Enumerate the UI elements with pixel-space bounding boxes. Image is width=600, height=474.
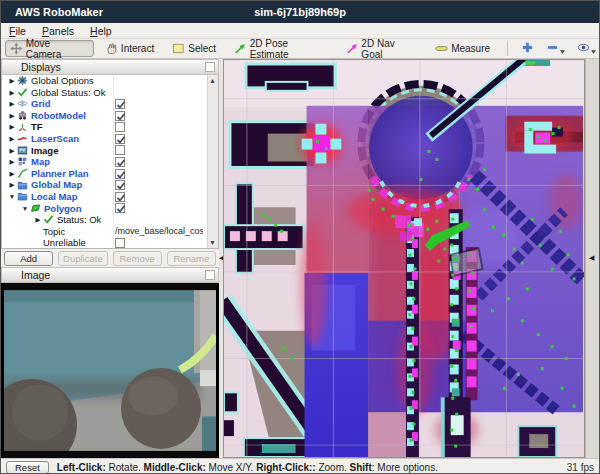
- check-icon: [43, 214, 55, 225]
- expand-arrow-icon[interactable]: ▶: [7, 133, 17, 145]
- visibility-checkbox[interactable]: [115, 111, 125, 121]
- tree-row-map[interactable]: ▶Map: [2, 156, 218, 168]
- expand-arrow-icon[interactable]: ▶: [33, 214, 43, 226]
- tool-move-camera[interactable]: Move Camera: [5, 40, 94, 57]
- image-panel-title: Image: [21, 269, 201, 281]
- tree-label: Planner Plan: [31, 168, 89, 180]
- tool-2d-pose-estimate[interactable]: 2D Pose Estimate: [229, 40, 335, 57]
- scroll-up-icon[interactable]: ▲: [208, 76, 217, 85]
- visibility-checkbox[interactable]: [115, 192, 125, 202]
- tool-select[interactable]: Select: [167, 40, 223, 57]
- tree-row-global-map[interactable]: ▶Global Map: [2, 179, 218, 191]
- visibility-checkbox[interactable]: [115, 169, 125, 179]
- expand-arrow-icon[interactable]: ▶: [7, 156, 17, 168]
- titlebar: AWS RoboMaker sim-6j71bj89h69p: [1, 1, 599, 23]
- tool-2d-nav-goal[interactable]: 2D Nav Goal: [341, 40, 424, 57]
- camera-image-view: [1, 283, 219, 458]
- expand-arrow-icon[interactable]: ▶: [7, 179, 17, 191]
- tree-row-unreliable[interactable]: Unreliable: [2, 237, 218, 249]
- tree-row-topic[interactable]: Topic/move_base/local_cost...: [2, 226, 218, 238]
- visibility-checkbox[interactable]: [115, 238, 125, 248]
- tree-scrollbar[interactable]: ▲ ▼: [207, 75, 218, 248]
- left-panel-column: Displays ▶Global Options▶Global Status: …: [1, 59, 219, 458]
- reset-button[interactable]: Reset: [6, 461, 49, 474]
- expand-arrow-icon[interactable]: ▶: [7, 75, 17, 87]
- tool-interact[interactable]: Interact: [100, 40, 161, 57]
- collapse-arrow-icon[interactable]: ▼: [20, 203, 30, 215]
- view-options-button[interactable]: [574, 40, 599, 57]
- displays-monitor-icon: [5, 61, 17, 73]
- menu-help[interactable]: Help: [90, 25, 112, 37]
- render-viewport[interactable]: [223, 59, 585, 458]
- scroll-down-icon[interactable]: ▼: [208, 238, 217, 247]
- tree-row-local-map[interactable]: ▼Local Map: [2, 191, 218, 203]
- zoom-out-button[interactable]: [543, 40, 568, 57]
- tree-label: RobotModel: [31, 110, 86, 122]
- image-panel-close-button[interactable]: [205, 270, 215, 280]
- visibility-checkbox[interactable]: [115, 180, 125, 190]
- tree-label: TF: [31, 121, 43, 133]
- image-panel-icon: [5, 269, 17, 281]
- expand-arrow-icon[interactable]: ▶: [7, 168, 17, 180]
- visibility-checkbox[interactable]: [115, 157, 125, 167]
- visibility-checkbox[interactable]: [115, 203, 125, 213]
- tree-row-polygon[interactable]: ▼Polygon: [2, 203, 218, 215]
- tree-label: Topic: [43, 226, 65, 238]
- menu-file[interactable]: File: [9, 25, 26, 37]
- displays-buttons-row: AddDuplicateRemoveRename: [1, 249, 219, 267]
- robot-icon: [17, 110, 29, 121]
- tool-label: Move Camera: [26, 38, 87, 60]
- select-box-icon: [172, 42, 185, 55]
- tool-label: 2D Nav Goal: [361, 38, 417, 60]
- displays-panel-close-button[interactable]: [205, 62, 215, 72]
- tree-row-laserscan[interactable]: ▶LaserScan: [2, 133, 218, 145]
- add-button[interactable]: Add: [4, 251, 53, 266]
- tool-label: Select: [188, 43, 216, 54]
- tree-row-global-status-ok[interactable]: ▶Global Status: Ok: [2, 87, 218, 99]
- tool-measure[interactable]: Measure: [430, 40, 497, 57]
- caret-down-icon: [591, 50, 596, 54]
- collapse-arrow-icon[interactable]: ▼: [7, 191, 17, 203]
- visibility-checkbox[interactable]: [115, 99, 125, 109]
- displays-tree[interactable]: ▶Global Options▶Global Status: Ok▶Grid▶R…: [1, 75, 219, 249]
- splitter-collapse-icon[interactable]: ◀: [589, 254, 594, 262]
- tree-row-planner-plan[interactable]: ▶Planner Plan: [2, 168, 218, 180]
- visibility-checkbox[interactable]: [115, 134, 125, 144]
- grid-icon: [17, 98, 29, 109]
- toolbar-separator: [507, 41, 508, 56]
- minus-icon: [546, 41, 559, 54]
- visibility-checkbox[interactable]: [115, 122, 125, 132]
- map-icon: [17, 156, 29, 167]
- expand-arrow-icon[interactable]: ▶: [7, 87, 17, 99]
- right-splitter[interactable]: ◀: [585, 59, 599, 458]
- tree-row-global-options[interactable]: ▶Global Options: [2, 75, 218, 87]
- tree-label: Global Options: [31, 75, 94, 87]
- fps-counter: 31 fps: [567, 462, 594, 473]
- statusbar: Reset Left-Click: Rotate. Middle-Click: …: [1, 458, 599, 474]
- zoom-in-button[interactable]: [518, 40, 537, 57]
- tree-row-robotmodel[interactable]: ▶RobotModel: [2, 110, 218, 122]
- image-panel-header: Image: [1, 267, 219, 283]
- hand-icon: [105, 42, 118, 55]
- expand-arrow-icon[interactable]: ▶: [7, 145, 17, 157]
- tf-axes-icon: [17, 122, 29, 133]
- gear-icon: [17, 75, 29, 86]
- magenta-arrow-icon: [346, 42, 359, 55]
- tree-row-image[interactable]: ▶Image: [2, 145, 218, 157]
- expand-arrow-icon[interactable]: ▶: [7, 121, 17, 133]
- expand-arrow-icon[interactable]: ▶: [7, 110, 17, 122]
- tree-label: Local Map: [31, 191, 77, 203]
- move-camera-icon: [10, 42, 23, 55]
- tree-row-status-ok[interactable]: ▶Status: Ok: [2, 214, 218, 226]
- expand-arrow-icon[interactable]: ▶: [7, 98, 17, 110]
- tree-row-tf[interactable]: ▶TF: [2, 121, 218, 133]
- menu-panels[interactable]: Panels: [42, 25, 74, 37]
- rviz-window: AWS RoboMaker sim-6j71bj89h69p FilePanel…: [0, 0, 600, 474]
- tool-label: Interact: [121, 43, 154, 54]
- tree-row-grid[interactable]: ▶Grid: [2, 98, 218, 110]
- topic-value[interactable]: /move_base/local_cost...: [115, 226, 203, 238]
- tool-label: Measure: [451, 43, 490, 54]
- folder-icon: [17, 191, 29, 202]
- visibility-checkbox[interactable]: [115, 145, 125, 155]
- folder-icon: [17, 180, 29, 191]
